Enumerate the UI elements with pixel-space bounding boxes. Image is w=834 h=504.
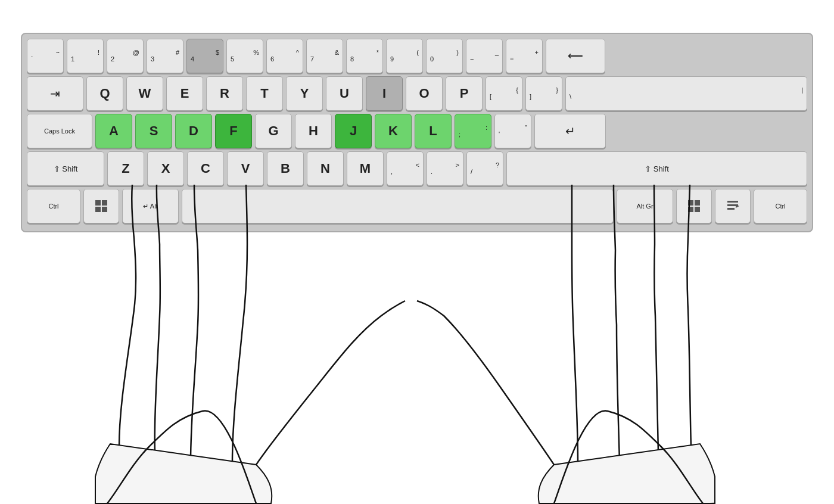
key-k[interactable]: K [375,114,412,148]
key-s[interactable]: S [135,114,172,148]
key-win-right[interactable] [676,189,712,223]
key-a[interactable]: A [95,114,132,148]
menu-icon [726,200,739,213]
svg-rect-5 [695,200,700,206]
key-alt-gr[interactable]: Alt Gr [617,189,673,223]
key-4[interactable]: $4 [186,39,223,73]
svg-rect-0 [95,200,101,206]
key-l[interactable]: L [415,114,452,148]
key-5[interactable]: %5 [226,39,263,73]
key-o[interactable]: O [406,76,443,111]
key-w[interactable]: W [126,76,163,111]
key-space[interactable] [182,189,614,223]
key-0[interactable]: )0 [426,39,463,73]
key-6[interactable]: ^6 [266,39,303,73]
row-bottom: Ctrl ↵ Alt Alt Gr [27,189,807,223]
key-t[interactable]: T [246,76,283,111]
key-backslash[interactable]: |\ [565,76,807,111]
key-shift-right[interactable]: ⇧ Shift [506,151,807,186]
key-p[interactable]: P [446,76,483,111]
key-m[interactable]: M [347,151,384,186]
key-x[interactable]: X [147,151,184,186]
key-1[interactable]: !1 [67,39,104,73]
key-win-left[interactable] [83,189,119,223]
svg-rect-8 [727,201,738,203]
key-lbracket[interactable]: {[ [486,76,522,111]
svg-rect-1 [102,200,107,206]
key-minus[interactable]: _− [466,39,503,73]
windows-icon-right [687,199,701,213]
key-menu[interactable] [715,189,751,223]
key-v[interactable]: V [227,151,264,186]
key-g[interactable]: G [255,114,292,148]
key-h[interactable]: H [295,114,332,148]
key-y[interactable]: Y [286,76,323,111]
key-grave[interactable]: ~` [27,39,64,73]
key-r[interactable]: R [206,76,243,111]
keyboard: ~` !1 @2 #3 $4 %5 ^6 &7 *8 (9 )0 _− += ⟵… [21,33,813,232]
key-n[interactable]: N [307,151,344,186]
key-semicolon[interactable]: :; [455,114,491,148]
svg-rect-3 [102,207,107,212]
svg-rect-7 [695,207,700,212]
windows-icon [94,199,108,213]
key-enter[interactable]: ↵ [534,114,606,148]
key-quote[interactable]: "' [494,114,531,148]
key-tab[interactable]: ⇥ [27,76,83,111]
key-period[interactable]: >. [427,151,463,186]
row-numbers: ~` !1 @2 #3 $4 %5 ^6 &7 *8 (9 )0 _− += ⟵ [27,39,807,73]
key-comma[interactable]: <, [387,151,424,186]
key-c[interactable]: C [187,151,224,186]
key-shift-left[interactable]: ⇧ Shift [27,151,104,186]
row-asdf: Caps Lock A S D F G H J K L :; "' ↵ [27,114,807,148]
key-2[interactable]: @2 [107,39,144,73]
key-slash[interactable]: ?/ [466,151,503,186]
key-i[interactable]: I [366,76,403,111]
key-3[interactable]: #3 [147,39,183,73]
key-ctrl-left[interactable]: Ctrl [27,189,80,223]
key-7[interactable]: &7 [306,39,343,73]
key-ctrl-right[interactable]: Ctrl [754,189,807,223]
key-d[interactable]: D [175,114,212,148]
key-8[interactable]: *8 [346,39,383,73]
key-caps-lock[interactable]: Caps Lock [27,114,92,148]
row-zxcv: ⇧ Shift Z X C V B N M <, >. ?/ ⇧ Shift [27,151,807,186]
key-f[interactable]: F [215,114,252,148]
key-b[interactable]: B [267,151,304,186]
svg-rect-10 [727,208,735,210]
key-e[interactable]: E [166,76,203,111]
svg-rect-4 [688,200,693,206]
key-alt-left[interactable]: ↵ Alt [122,189,179,223]
key-q[interactable]: Q [86,76,123,111]
row-qwerty: ⇥ Q W E R T Y U I O P {[ }] |\ [27,76,807,111]
key-9[interactable]: (9 [386,39,423,73]
key-j[interactable]: J [335,114,372,148]
key-z[interactable]: Z [107,151,144,186]
key-u[interactable]: U [326,76,363,111]
key-rbracket[interactable]: }] [525,76,562,111]
key-equals[interactable]: += [506,39,543,73]
key-backspace[interactable]: ⟵ [546,39,605,73]
svg-rect-6 [688,207,693,212]
main-container: ~` !1 @2 #3 $4 %5 ^6 &7 *8 (9 )0 _− += ⟵… [0,0,834,504]
svg-rect-2 [95,207,101,212]
